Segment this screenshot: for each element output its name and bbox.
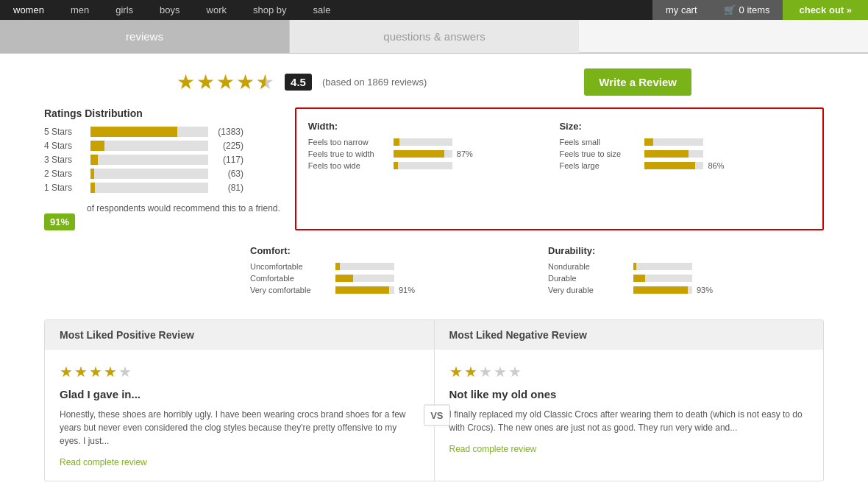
rating-summary: ★ ★ ★ ★ ★ ★ ★ 4.5 (based on 1869 reviews… [0,68,868,96]
nav-work[interactable]: work [193,0,240,20]
bar-track-5 [90,127,208,137]
pos-star-4: ★ [104,363,117,381]
ratings-dist-title: Ratings Distribution [44,107,280,119]
size-true-label: Feels true to size [559,149,640,158]
size-true-track [644,150,703,158]
nav-shop-by[interactable]: shop by [240,0,300,20]
size-row-small: Feels small [559,138,803,146]
bar-track-1 [90,183,208,193]
reviews-body: ★ ★ ★ ★ ★ Glad I gave in... Honestly, th… [45,350,823,481]
durability-row-very: Very durable 93% [548,286,824,294]
width-true-track [394,150,452,158]
neg-star-2: ★ [464,363,477,381]
size-small-label: Feels small [559,138,640,146]
pos-star-5: ★ [118,363,132,381]
rating-badge: 4.5 [285,74,312,91]
positive-review-text: Honestly, these shoes are horribly ugly.… [60,408,419,448]
comfort-very-pct: 91% [399,286,422,294]
width-wide-label: Feels too wide [308,161,389,170]
my-cart-link[interactable]: my cart [652,0,711,20]
tab-reviews[interactable]: reviews [0,20,290,53]
bar-row-5stars: 5 Stars (1383) [44,127,280,137]
nav-sale[interactable]: sale [300,0,344,20]
width-narrow-label: Feels too narrow [308,138,389,146]
durability-very-label: Very durable [548,286,629,294]
star-1: ★ [177,70,195,94]
bar-fill-2 [90,169,94,179]
durability-non-track [633,263,692,270]
bar-label-1: 1 Stars [44,183,85,193]
negative-review-header: Most Liked Negative Review [435,320,824,350]
bar-row-3stars: 3 Stars (117) [44,155,280,165]
nav-men[interactable]: men [57,0,102,20]
cart-icon: 🛒 [724,4,736,15]
width-true-pct: 87% [457,149,480,158]
width-wide-track [394,162,452,169]
neg-star-5: ★ [508,363,522,381]
width-row-wide: Feels too wide [308,161,552,170]
checkout-button[interactable]: check out » [783,0,868,20]
bar-label-3: 3 Stars [44,155,85,165]
tab-questions-answers[interactable]: questions & answers [290,20,579,53]
durability-title: Durability: [548,245,824,256]
metrics-highlighted-box: Width: Feels too narrow Feels true to wi… [295,107,824,230]
durability-very-track [633,286,692,294]
comfort-title: Comfort: [250,245,526,256]
bar-fill-3 [90,155,98,165]
tabs-bar: reviews questions & answers [0,20,868,54]
bar-count-5: (1383) [214,127,243,137]
comfort-very-label: Very comfortable [250,286,331,294]
width-narrow-track [394,138,452,146]
durability-durable-label: Durable [548,274,629,283]
star-5-half: ★ ★ ★ [256,70,274,94]
positive-read-more-link[interactable]: Read complete review [60,457,147,467]
recommend-badge: 91% [44,213,75,230]
negative-review-pane: ★ ★ ★ ★ ★ Not like my old ones I finally… [435,350,824,481]
size-large-track [644,162,703,169]
width-true-label: Feels true to width [308,149,389,158]
bar-fill-4 [90,141,104,151]
durability-very-pct: 93% [697,286,720,294]
nav-girls[interactable]: girls [102,0,146,20]
bar-label-4: 4 Stars [44,141,85,151]
recommend-text: of respondents would recommend this to a… [87,203,280,213]
durability-row-non: Nondurable [548,262,824,271]
positive-review-header: Most Liked Positive Review [45,320,435,350]
bar-fill-5 [90,127,177,137]
size-large-pct: 86% [708,161,731,170]
size-title: Size: [559,121,803,132]
pos-star-2: ★ [74,363,88,381]
neg-star-3: ★ [479,363,492,381]
positive-review-pane: ★ ★ ★ ★ ★ Glad I gave in... Honestly, th… [45,350,435,481]
vs-badge: VS [424,405,449,426]
pos-star-3: ★ [89,363,102,381]
negative-read-more-link[interactable]: Read complete review [449,444,537,454]
nav-links: women men girls boys work shop by sale [0,0,652,20]
positive-review-stars: ★ ★ ★ ★ ★ [60,363,419,381]
reviews-section: Most Liked Positive Review Most Liked Ne… [44,319,824,481]
size-section: Size: Feels small Feels true to size Fee… [559,121,811,180]
bar-row-1star: 1 Stars (81) [44,183,280,193]
comfort-comfortable-track [335,275,394,282]
bar-track-2 [90,169,208,179]
reviews-header: Most Liked Positive Review Most Liked Ne… [45,320,823,350]
durability-durable-track [633,275,692,282]
negative-review-stars: ★ ★ ★ ★ ★ [449,363,809,381]
write-review-button[interactable]: Write a Review [584,68,691,96]
size-row-large: Feels large 86% [559,161,803,170]
top-navigation: women men girls boys work shop by sale m… [0,0,868,20]
width-title: Width: [308,121,552,132]
bar-count-3: (117) [214,155,243,165]
bar-label-2: 2 Stars [44,169,85,179]
size-row-true: Feels true to size [559,149,803,158]
durability-row-durable: Durable [548,274,824,283]
star-3: ★ [216,70,235,94]
nav-women[interactable]: women [0,0,57,20]
negative-review-title: Not like my old ones [449,388,809,400]
bar-count-2: (63) [214,169,243,179]
overall-stars: ★ ★ ★ ★ ★ ★ ★ [177,70,274,94]
nav-boys[interactable]: boys [146,0,193,20]
comfort-row-comfortable: Comfortable [250,274,526,283]
neg-star-1: ★ [449,363,463,381]
star-2: ★ [196,70,215,94]
